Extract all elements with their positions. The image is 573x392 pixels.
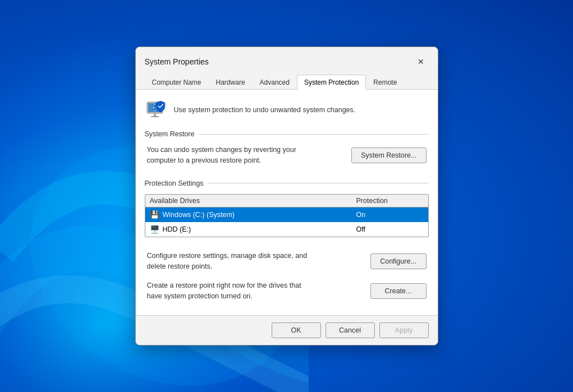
drive-icon-hdd: 🖥️ bbox=[150, 225, 159, 234]
configure-action-row: Configure restore settings, manage disk … bbox=[145, 246, 429, 276]
dialog-content: Use system protection to undo unwanted s… bbox=[136, 90, 438, 315]
create-action-row: Create a restore point right now for the… bbox=[145, 276, 429, 306]
cancel-button[interactable]: Cancel bbox=[326, 322, 375, 338]
section-divider bbox=[199, 134, 428, 135]
tab-hardware[interactable]: Hardware bbox=[209, 75, 253, 90]
system-protection-icon bbox=[145, 99, 167, 121]
configure-button[interactable]: Configure... bbox=[370, 253, 427, 269]
drive-protection-windows-c: On bbox=[356, 211, 424, 219]
svg-rect-7 bbox=[154, 113, 156, 116]
table-row[interactable]: 🖥️ HDD (E:) Off bbox=[145, 222, 428, 237]
tab-computer-name[interactable]: Computer Name bbox=[145, 75, 209, 90]
drive-name-windows-c: 💾 Windows (C:) (System) bbox=[150, 210, 356, 219]
drive-protection-hdd-e: Off bbox=[356, 225, 424, 233]
system-restore-content: You can undo system changes by reverting… bbox=[145, 145, 429, 166]
create-button[interactable]: Create... bbox=[370, 283, 427, 299]
create-description: Create a restore point right now for the… bbox=[147, 280, 315, 302]
header-description: Use system protection to undo unwanted s… bbox=[174, 105, 356, 116]
col-header-protection: Protection bbox=[356, 197, 424, 205]
dialog-title: System Properties bbox=[145, 57, 209, 66]
drive-icon-windows: 💾 bbox=[150, 210, 159, 219]
col-header-drives: Available Drives bbox=[150, 197, 356, 205]
tab-advanced[interactable]: Advanced bbox=[253, 75, 297, 90]
system-restore-description: You can undo system changes by reverting… bbox=[147, 145, 315, 166]
system-properties-dialog: System Properties ✕ Computer Name Hardwa… bbox=[135, 47, 438, 345]
system-restore-section-header: System Restore bbox=[145, 130, 429, 138]
configure-description: Configure restore settings, manage disk … bbox=[147, 251, 315, 272]
tab-system-protection[interactable]: System Protection bbox=[297, 75, 366, 90]
title-bar: System Properties ✕ bbox=[136, 47, 438, 70]
tab-remote[interactable]: Remote bbox=[366, 75, 404, 90]
protection-settings-section-header: Protection Settings bbox=[145, 179, 429, 187]
header-section: Use system protection to undo unwanted s… bbox=[145, 99, 429, 121]
drives-table: Available Drives Protection 💾 Windows (C… bbox=[145, 194, 429, 237]
system-restore-title: System Restore bbox=[145, 130, 195, 138]
table-header: Available Drives Protection bbox=[145, 195, 428, 207]
ok-button[interactable]: OK bbox=[272, 322, 321, 338]
apply-button[interactable]: Apply bbox=[379, 322, 429, 338]
tab-bar: Computer Name Hardware Advanced System P… bbox=[136, 70, 438, 90]
section-divider-2 bbox=[208, 183, 428, 183]
protection-settings-title: Protection Settings bbox=[145, 179, 204, 187]
system-restore-button[interactable]: System Restore... bbox=[351, 147, 426, 163]
close-button[interactable]: ✕ bbox=[413, 54, 429, 70]
drive-name-hdd-e: 🖥️ HDD (E:) bbox=[150, 225, 356, 234]
dialog-footer: OK Cancel Apply bbox=[136, 315, 438, 345]
svg-rect-8 bbox=[151, 116, 159, 117]
table-body: 💾 Windows (C:) (System) On 🖥️ HDD (E:) O… bbox=[145, 207, 428, 237]
table-row[interactable]: 💾 Windows (C:) (System) On bbox=[145, 207, 428, 222]
